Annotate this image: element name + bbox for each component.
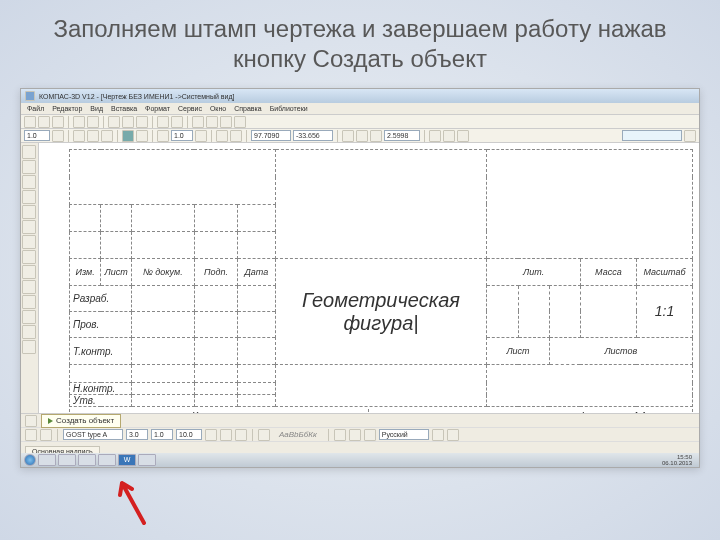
menu-edit[interactable]: Редактор xyxy=(52,105,82,112)
tb-explorer-icon[interactable] xyxy=(38,454,56,466)
color2-icon[interactable] xyxy=(136,130,148,142)
assoc-icon[interactable] xyxy=(22,265,36,279)
menu-view[interactable]: Вид xyxy=(90,105,103,112)
p1-icon[interactable] xyxy=(25,429,37,441)
cut-icon[interactable] xyxy=(108,116,120,128)
create-object-label: Создать объект xyxy=(56,416,114,425)
t13-icon[interactable] xyxy=(22,325,36,339)
t10-icon[interactable] xyxy=(22,280,36,294)
zoomout-icon[interactable] xyxy=(356,130,368,142)
undo-icon[interactable] xyxy=(157,116,169,128)
misc1-icon[interactable] xyxy=(216,130,228,142)
dim-icon[interactable] xyxy=(22,160,36,174)
row-razrab: Разраб. xyxy=(70,285,132,311)
menu-file[interactable]: Файл xyxy=(27,105,44,112)
hdr-podp: Подп. xyxy=(194,259,238,285)
create-object-button[interactable]: Создать объект xyxy=(41,414,121,428)
color-sel-icon[interactable] xyxy=(258,429,270,441)
t12-icon[interactable] xyxy=(22,310,36,324)
color-icon[interactable] xyxy=(122,130,134,142)
hdr-lit: Лит. xyxy=(487,259,580,285)
tb-kompas-icon[interactable] xyxy=(138,454,156,466)
menu-help[interactable]: Справка xyxy=(234,105,261,112)
step-input[interactable]: 2.5998 xyxy=(384,130,420,141)
t11-icon[interactable] xyxy=(22,295,36,309)
scale-value[interactable]: 1:1 xyxy=(636,285,692,338)
search-icon[interactable] xyxy=(684,130,696,142)
zoomin-icon[interactable] xyxy=(342,130,354,142)
menu-libs[interactable]: Библиотеки xyxy=(270,105,308,112)
align-r-icon[interactable] xyxy=(364,429,376,441)
align-c-icon[interactable] xyxy=(349,429,361,441)
misc4-icon[interactable] xyxy=(443,130,455,142)
fit-icon[interactable] xyxy=(87,130,99,142)
tool-icon[interactable] xyxy=(192,116,204,128)
px2-icon[interactable] xyxy=(447,429,459,441)
drawing-canvas[interactable]: Изм. Лист № докум. Подп. Дата Геометриче… xyxy=(39,143,699,413)
window-title: КОМПАС-3D V12 - [Чертеж БЕЗ ИМЕНИ1 ->Сис… xyxy=(39,93,234,100)
tb-app2-icon[interactable] xyxy=(98,454,116,466)
paste-icon[interactable] xyxy=(136,116,148,128)
tool2-icon[interactable] xyxy=(206,116,218,128)
search-input[interactable] xyxy=(622,130,682,141)
misc5-icon[interactable] xyxy=(457,130,469,142)
prop-icon1[interactable] xyxy=(25,415,37,427)
hdr-list: Лист xyxy=(101,259,132,285)
copy-icon[interactable] xyxy=(122,116,134,128)
align-l-icon[interactable] xyxy=(334,429,346,441)
coord-y[interactable]: -33.656 xyxy=(293,130,333,141)
menu-insert[interactable]: Вставка xyxy=(111,105,137,112)
title-block[interactable]: Изм. Лист № докум. Подп. Дата Геометриче… xyxy=(69,149,693,407)
bold-icon[interactable] xyxy=(205,429,217,441)
app-window: КОМПАС-3D V12 - [Чертеж БЕЗ ИМЕНИ1 ->Сис… xyxy=(20,88,700,468)
new-icon[interactable] xyxy=(24,116,36,128)
property-panel: Создать объект GOST type A 3.0 1.0 10.0 … xyxy=(21,413,699,453)
pan-icon[interactable] xyxy=(73,130,85,142)
save-icon[interactable] xyxy=(52,116,64,128)
stamp-title[interactable]: Геометрическая фигура| xyxy=(275,259,487,364)
style-input[interactable]: 1.0 xyxy=(171,130,193,141)
titlebar: КОМПАС-3D V12 - [Чертеж БЕЗ ИМЕНИ1 ->Сис… xyxy=(21,89,699,103)
zoomwin-icon[interactable] xyxy=(101,130,113,142)
grid-icon[interactable] xyxy=(157,130,169,142)
open-icon[interactable] xyxy=(38,116,50,128)
select-icon[interactable] xyxy=(22,235,36,249)
print-icon[interactable] xyxy=(73,116,85,128)
measure-icon[interactable] xyxy=(22,220,36,234)
menu-window[interactable]: Окно xyxy=(210,105,226,112)
zoom-dropdown-icon[interactable] xyxy=(52,130,64,142)
size2-input[interactable]: 1.0 xyxy=(151,429,173,440)
lang-select[interactable]: Русский xyxy=(379,429,429,440)
zoom-input[interactable]: 1.0 xyxy=(24,130,50,141)
menu-format[interactable]: Формат xyxy=(145,105,170,112)
style-dd-icon[interactable] xyxy=(195,130,207,142)
italic-icon[interactable] xyxy=(220,429,232,441)
geom-icon[interactable] xyxy=(22,145,36,159)
coord-x[interactable]: 97.7090 xyxy=(251,130,291,141)
misc2-icon[interactable] xyxy=(230,130,242,142)
size1-input[interactable]: 3.0 xyxy=(126,429,148,440)
edit-icon[interactable] xyxy=(22,190,36,204)
tb-word-icon[interactable]: W xyxy=(118,454,136,466)
p2-icon[interactable] xyxy=(40,429,52,441)
tb-app1-icon[interactable] xyxy=(78,454,96,466)
left-toolbar xyxy=(21,143,39,413)
text-icon[interactable] xyxy=(22,175,36,189)
redo-icon[interactable] xyxy=(171,116,183,128)
under-icon[interactable] xyxy=(235,429,247,441)
start-icon[interactable] xyxy=(24,454,36,466)
misc3-icon[interactable] xyxy=(429,130,441,142)
tb-browser-icon[interactable] xyxy=(58,454,76,466)
px1-icon[interactable] xyxy=(432,429,444,441)
t14-icon[interactable] xyxy=(22,340,36,354)
spec-icon[interactable] xyxy=(22,250,36,264)
font-select[interactable]: GOST type A xyxy=(63,429,123,440)
preview-icon[interactable] xyxy=(87,116,99,128)
help-icon[interactable] xyxy=(234,116,246,128)
zoomfit-icon[interactable] xyxy=(370,130,382,142)
param-icon[interactable] xyxy=(22,205,36,219)
size3-input[interactable]: 10.0 xyxy=(176,429,202,440)
tool3-icon[interactable] xyxy=(220,116,232,128)
app-icon xyxy=(25,91,35,101)
menu-service[interactable]: Сервис xyxy=(178,105,202,112)
